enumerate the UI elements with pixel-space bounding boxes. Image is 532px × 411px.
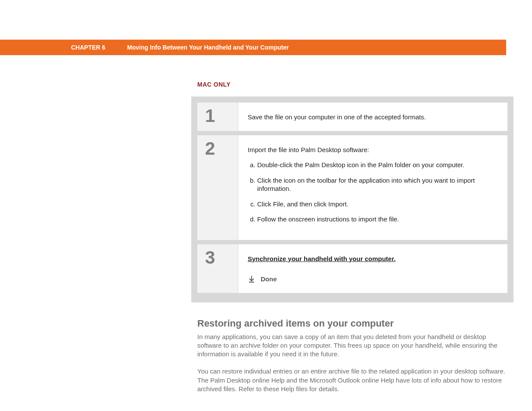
step-2d: Follow the onscreen instructions to impo… — [257, 215, 498, 224]
step-1-text: Save the file on your computer in one of… — [248, 113, 426, 121]
synchronize-link[interactable]: Synchronize your handheld with your comp… — [248, 255, 395, 263]
step-2-intro: Import the file into Palm Desktop softwa… — [248, 146, 369, 153]
step-row-2: 2 Import the file into Palm Desktop soft… — [197, 135, 507, 240]
step-body: Save the file on your computer in one of… — [238, 103, 507, 131]
step-2a: Double-click the Palm Desktop icon in th… — [257, 161, 498, 169]
step-number: 1 — [197, 103, 238, 131]
steps-box: 1 Save the file on your computer in one … — [191, 97, 513, 302]
arrow-down-icon — [248, 275, 255, 283]
step-2c: Click File, and then click Import. — [257, 200, 498, 209]
step-2-substeps: Double-click the Palm Desktop icon in th… — [248, 161, 498, 224]
header-bar: CHAPTER 6 Moving Info Between Your Handh… — [0, 40, 506, 55]
done-label: Done — [261, 275, 277, 283]
step-body: Synchronize your handheld with your comp… — [238, 244, 507, 293]
mac-only-label: MAC ONLY — [197, 81, 507, 88]
step-number: 3 — [197, 244, 238, 293]
step-row-1: 1 Save the file on your computer in one … — [197, 103, 507, 131]
step-row-3: 3 Synchronize your handheld with your co… — [197, 244, 507, 293]
chapter-title: Moving Info Between Your Handheld and Yo… — [127, 44, 506, 51]
step-2b: Click the icon on the toolbar for the ap… — [257, 176, 498, 193]
section-para-2: You can restore individual entries or an… — [197, 367, 507, 393]
chapter-label: CHAPTER 6 — [0, 44, 127, 51]
section-para-1: In many applications, you can save a cop… — [197, 333, 507, 359]
content-column: MAC ONLY 1 Save the file on your compute… — [197, 55, 507, 393]
section-heading: Restoring archived items on your compute… — [197, 318, 507, 329]
step-body: Import the file into Palm Desktop softwa… — [238, 135, 507, 240]
step-number: 2 — [197, 135, 238, 240]
done-row: Done — [248, 275, 498, 283]
